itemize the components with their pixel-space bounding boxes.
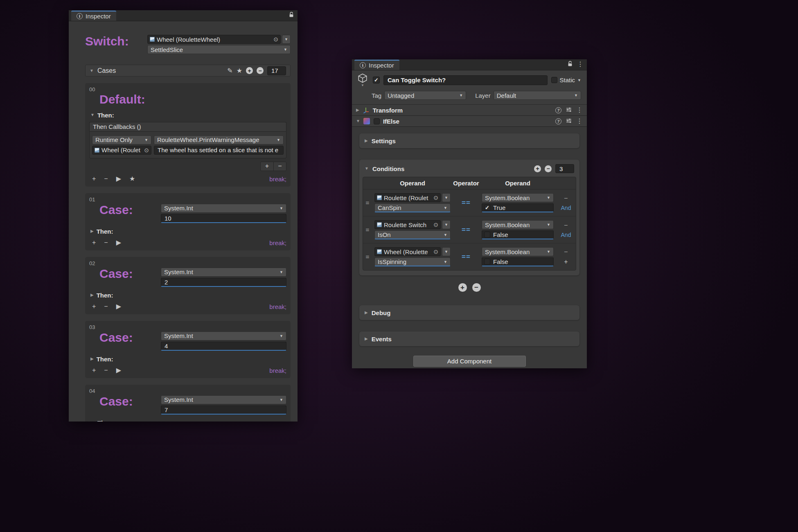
preset-icon[interactable] [566,118,572,125]
case-value-input[interactable]: 4 [161,342,286,351]
foldout-open-icon[interactable]: ▼ [90,421,95,422]
join-operator-button[interactable]: And [561,232,571,238]
add-condition-button[interactable]: + [458,283,467,292]
callback-method-dropdown[interactable]: RouletteWheel.PrintWarningMessage ▼ [154,135,284,144]
bool-checkbox[interactable] [484,259,490,265]
lock-icon[interactable] [289,11,294,19]
operator-label[interactable]: == [462,226,471,234]
case-type-dropdown[interactable]: System.Int ▼ [161,331,286,340]
add-callback-icon[interactable]: + [92,239,96,246]
static-dropdown-icon[interactable]: ▼ [577,78,581,82]
operand-object-field[interactable]: Wheel (Roulette ⊙ [374,247,441,256]
add-component-button[interactable]: Add Component [413,356,526,367]
operand-member-dropdown[interactable]: IsOn ▼ [374,230,451,239]
component-header-transform[interactable]: ▶ Transform ? ⋮ [352,105,587,116]
operand-type-dropdown[interactable]: System.Boolean ▼ [482,247,554,256]
kebab-menu-icon[interactable]: ⋮ [577,61,584,68]
case-type-dropdown[interactable]: System.Int ▼ [161,204,286,213]
operand-object-field[interactable]: Roulette (Roulet ⊙ [374,193,441,202]
switch-target-dropdown-button[interactable]: ▼ [282,35,291,44]
add-list-item-button[interactable]: + [261,162,273,171]
remove-case-button[interactable]: − [257,67,264,74]
add-callback-icon[interactable]: + [92,176,96,182]
operand-object-field[interactable]: Roulette Switch ⊙ [374,220,441,229]
help-icon[interactable]: ? [555,118,561,124]
play-icon[interactable]: ▶ [116,239,121,246]
cases-count-field[interactable]: 17 [267,66,286,75]
tab-inspector[interactable]: i Inspector [354,60,399,70]
drag-handle[interactable]: = [366,199,370,206]
operand-object-dropdown-button[interactable]: ▼ [442,220,451,229]
play-icon[interactable]: ▶ [116,176,121,182]
remove-list-item-button[interactable]: − [273,162,286,171]
add-callback-icon[interactable]: + [92,367,96,374]
switch-target-object-field[interactable]: Wheel (RouletteWheel) ⊙ [147,35,281,44]
object-picker-icon[interactable]: ⊙ [273,36,278,42]
add-case-button[interactable]: + [246,67,253,74]
tab-inspector[interactable]: i Inspector [71,11,116,21]
layer-dropdown[interactable]: Default ▼ [494,91,581,100]
settings-foldout[interactable]: ▶ Settings [359,133,579,148]
add-row-button[interactable]: + [564,258,568,266]
operand-object-dropdown-button[interactable]: ▼ [442,193,451,202]
play-icon[interactable]: ▶ [116,367,121,374]
foldout-open-icon[interactable]: ▼ [90,113,95,117]
gameobject-name-input[interactable]: Can Toggle Switch? [383,75,548,85]
drag-handle[interactable]: = [366,226,370,233]
static-checkbox[interactable] [551,77,557,83]
remove-row-button[interactable]: – [564,248,568,255]
remove-callback-icon[interactable]: − [104,303,108,310]
case-type-dropdown[interactable]: System.Int ▼ [161,268,286,277]
foldout-open-icon[interactable]: ▼ [365,167,369,171]
kebab-menu-icon[interactable]: ⋮ [576,118,583,124]
operand-type-dropdown[interactable]: System.Boolean ▼ [482,220,554,229]
foldout-closed-icon[interactable]: ▶ [90,357,94,361]
object-picker-icon[interactable]: ⊙ [433,222,438,228]
drag-handle[interactable]: = [366,253,370,260]
operand-value-field[interactable]: False [482,257,554,266]
remove-condition-button[interactable]: − [472,283,481,292]
join-operator-button[interactable]: And [561,205,571,211]
remove-callback-icon[interactable]: − [104,239,108,246]
object-picker-icon[interactable]: ⊙ [433,195,438,201]
operand-value-field[interactable]: False [482,230,554,239]
operand-type-dropdown[interactable]: System.Boolean ▼ [482,193,554,202]
operand-value-field[interactable]: ✓ True [482,203,554,212]
remove-row-button[interactable]: – [564,221,568,228]
remove-callback-icon[interactable]: − [104,176,108,182]
add-condition-button[interactable]: + [534,165,541,172]
kebab-menu-icon[interactable]: ⋮ [576,107,583,113]
case-type-dropdown[interactable]: System.Int ▼ [161,395,286,404]
operator-label[interactable]: == [462,253,471,261]
callback-target-object-field[interactable]: Wheel (Roulet ⊙ [92,146,151,155]
case-value-input[interactable]: 10 [161,214,286,223]
component-header-ifelse[interactable]: ▼ IfElse ? ⋮ [352,116,587,127]
tag-dropdown[interactable]: Untagged ▼ [384,91,466,100]
foldout-closed-icon[interactable]: ▶ [90,293,94,297]
component-enabled-checkbox[interactable] [374,118,380,124]
star-icon[interactable]: ★ [129,176,135,182]
callback-mode-dropdown[interactable]: Runtime Only ▼ [92,135,151,144]
case-value-input[interactable]: 2 [161,278,286,287]
foldout-open-icon[interactable]: ▼ [90,69,94,73]
operand-member-dropdown[interactable]: IsSpinning ▼ [374,257,451,266]
remove-row-button[interactable]: – [564,194,568,201]
preset-icon[interactable] [566,107,572,114]
operator-label[interactable]: == [462,199,471,207]
help-icon[interactable]: ? [555,107,561,113]
operand-object-dropdown-button[interactable]: ▼ [442,247,451,256]
foldout-open-icon[interactable]: ▼ [356,119,360,123]
gameobject-icon-button[interactable]: ▼ [356,73,369,87]
bool-checkbox[interactable] [484,232,490,238]
object-picker-icon[interactable]: ⊙ [433,249,438,255]
object-picker-icon[interactable]: ⊙ [144,147,149,153]
foldout-closed-icon[interactable]: ▶ [90,229,94,233]
add-callback-icon[interactable]: + [92,303,96,310]
case-value-input[interactable]: 7 [161,406,286,415]
operand-member-dropdown[interactable]: CanSpin ▼ [374,203,451,212]
debug-foldout[interactable]: ▶ Debug [359,305,579,320]
active-checkbox[interactable]: ✓ [373,77,380,83]
edit-icon[interactable]: ✎ [227,68,232,74]
events-foldout[interactable]: ▶ Events [359,331,579,346]
conditions-count-field[interactable]: 3 [555,164,574,173]
